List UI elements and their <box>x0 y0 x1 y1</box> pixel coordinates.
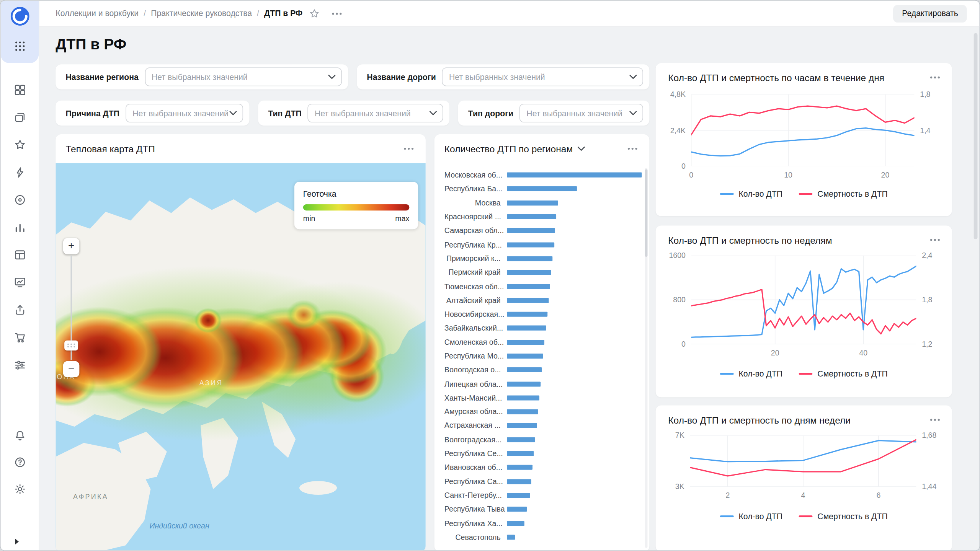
nav-datasets-icon[interactable] <box>14 194 26 206</box>
nav-storage-icon[interactable] <box>14 303 26 316</box>
line-card-header: Кол-во ДТП и смертность по часам в течен… <box>656 63 952 92</box>
region-select[interactable]: Нет выбранных значений <box>145 67 342 86</box>
favorite-star-icon[interactable] <box>309 8 320 19</box>
line-chart-title: Кол-во ДТП и смертность по часам в течен… <box>668 72 884 83</box>
axis-tick-x: 2 <box>725 491 730 500</box>
bar-list-scrollbar[interactable] <box>645 168 648 548</box>
widget-menu-dots-icon[interactable] <box>401 144 417 154</box>
breadcrumb-collections[interactable]: Коллекции и воркбуки <box>56 9 139 18</box>
bar-segment[interactable] <box>507 437 535 442</box>
bar-category-label: Тюменская обл... <box>444 282 507 291</box>
bar-segment[interactable] <box>507 312 547 317</box>
help-icon[interactable] <box>14 456 26 469</box>
bar-segment[interactable] <box>507 354 543 359</box>
chart-legend: Кол-во ДТПСмертность в ДТП <box>656 189 952 199</box>
chart-selector-chevron-icon[interactable] <box>578 146 585 151</box>
bar-segment[interactable] <box>507 186 577 191</box>
bar-segment[interactable] <box>507 381 541 386</box>
legend-item[interactable]: Кол-во ДТП <box>720 369 782 378</box>
filter-label: Название региона <box>65 72 138 82</box>
bar-segment[interactable] <box>507 451 534 456</box>
nav-marketplace-icon[interactable] <box>14 331 26 344</box>
plot-area[interactable]: 160080002,41,81,22040 <box>691 256 916 344</box>
nav-favorites-icon[interactable] <box>14 139 26 151</box>
bar-segment[interactable] <box>507 423 537 428</box>
legend-item[interactable]: Смертность в ДТП <box>799 189 887 199</box>
breadcrumb-guides[interactable]: Практические руководства <box>151 9 252 18</box>
bar-row: Москва <box>444 196 642 210</box>
breadcrumb-separator: / <box>144 9 146 18</box>
accident-type-select[interactable]: Нет выбранных значений <box>308 104 443 122</box>
bar-segment[interactable] <box>507 507 527 512</box>
legend-line-swatch <box>799 193 812 195</box>
bar-list-scroll-thumb[interactable] <box>645 169 648 257</box>
zoom-slider-handle[interactable] <box>64 341 78 350</box>
legend-item[interactable]: Кол-во ДТП <box>720 512 782 521</box>
widget-menu-dots-icon[interactable] <box>624 144 640 154</box>
accident-cause-select[interactable]: Нет выбранных значений <box>126 104 243 122</box>
zoom-in-button[interactable]: + <box>63 238 79 254</box>
expand-sidebar-icon[interactable] <box>13 536 21 544</box>
bar-segment[interactable] <box>507 270 551 275</box>
bar-segment[interactable] <box>507 521 524 526</box>
bar-track <box>507 201 642 205</box>
map-label-asia: АЗИЯ <box>199 379 223 387</box>
chart-legend: Кол-во ДТПСмертность в ДТП <box>656 512 952 521</box>
heatmap-map-area[interactable]: ЕВРОПА АЗИЯ АФРИКА Индийский океан + − Г… <box>56 163 426 550</box>
axis-tick-right: 1,8 <box>922 295 932 304</box>
bar-segment[interactable] <box>507 409 538 414</box>
axis-tick-x: 20 <box>771 349 779 357</box>
nav-dashboards-icon[interactable] <box>14 276 26 289</box>
apps-grid-icon[interactable] <box>14 40 26 52</box>
legend-line-swatch <box>720 515 733 517</box>
bar-segment[interactable] <box>507 256 553 261</box>
edit-button[interactable]: Редактировать <box>893 5 967 22</box>
line-card-1: Кол-во ДТП и смертность по часам в течен… <box>656 63 952 216</box>
bar-segment[interactable] <box>507 395 539 400</box>
bar-segment[interactable] <box>507 340 545 345</box>
bar-segment[interactable] <box>507 173 642 178</box>
bar-track <box>507 173 642 178</box>
page-menu-dots-icon[interactable] <box>329 10 345 17</box>
road-name-select[interactable]: Нет выбранных значений <box>442 67 643 86</box>
nav-services-icon[interactable] <box>14 359 26 371</box>
settings-gear-icon[interactable] <box>14 483 26 496</box>
nav-collections-icon[interactable] <box>14 111 26 124</box>
bar-segment[interactable] <box>507 242 554 247</box>
road-type-select[interactable]: Нет выбранных значений <box>519 104 643 122</box>
notifications-bell-icon[interactable] <box>14 429 26 442</box>
plot-area[interactable]: 7K3K1,681,44246 <box>690 435 916 487</box>
page-scrollbar[interactable] <box>974 33 978 240</box>
nav-tables-icon[interactable] <box>14 249 26 261</box>
bar-segment[interactable] <box>507 465 532 470</box>
bar-category-label: Вологодская о... <box>444 366 507 375</box>
bar-track <box>507 395 642 400</box>
bar-segment[interactable] <box>507 326 546 331</box>
legend-item[interactable]: Смертность в ДТП <box>799 512 887 521</box>
widget-menu-dots-icon[interactable] <box>927 235 943 245</box>
bar-track <box>507 521 642 526</box>
plot-area[interactable]: 4,8K2,4K01,81,401020 <box>691 95 915 166</box>
widget-menu-dots-icon[interactable] <box>927 415 943 425</box>
legend-item[interactable]: Кол-во ДТП <box>720 189 782 199</box>
legend-item[interactable]: Смертность в ДТП <box>799 369 887 378</box>
datalens-logo-icon[interactable] <box>11 7 29 26</box>
bar-segment[interactable] <box>507 228 555 233</box>
line-card-2: Кол-во ДТП и смертность по неделям 16008… <box>656 225 952 397</box>
bar-segment[interactable] <box>507 479 531 484</box>
bar-segment[interactable] <box>507 535 515 540</box>
bar-segment[interactable] <box>507 493 530 498</box>
widget-menu-dots-icon[interactable] <box>927 72 943 82</box>
nav-editor-icon[interactable] <box>14 166 26 179</box>
bar-segment[interactable] <box>507 284 550 289</box>
nav-charts-icon[interactable] <box>14 221 26 234</box>
bar-segment[interactable] <box>507 367 542 372</box>
chart-legend: Кол-во ДТПСмертность в ДТП <box>656 369 952 378</box>
sidebar <box>1 1 39 551</box>
nav-widgets-icon[interactable] <box>14 84 26 96</box>
bar-segment[interactable] <box>507 214 556 219</box>
bar-segment[interactable] <box>507 201 558 205</box>
zoom-out-button[interactable]: − <box>63 361 79 377</box>
axis-tick-right: 1,2 <box>922 340 932 349</box>
bar-segment[interactable] <box>507 298 549 303</box>
